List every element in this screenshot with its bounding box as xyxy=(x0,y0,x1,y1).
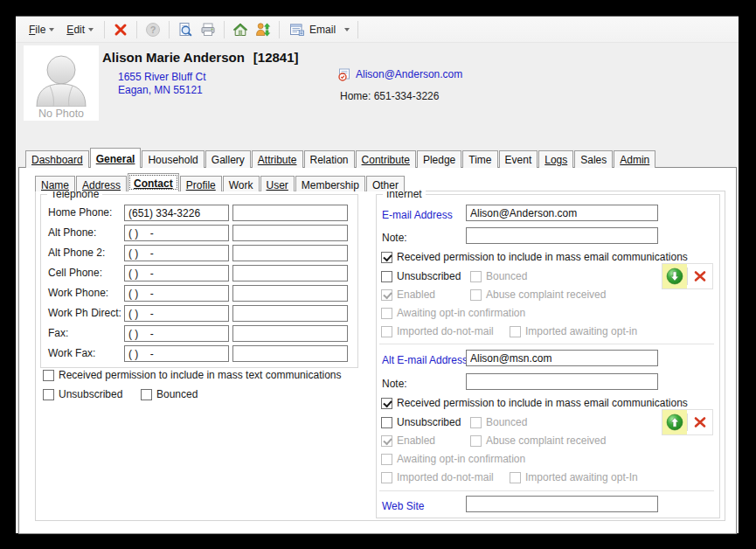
email2-move-up-button[interactable] xyxy=(662,410,687,434)
toolbar-separator xyxy=(224,21,225,38)
mass-text-permission-label[interactable]: Received permission to include in mass t… xyxy=(59,369,341,381)
email-dropdown-button[interactable] xyxy=(341,26,353,33)
fax-ext-input[interactable] xyxy=(232,325,348,342)
mass-text-permission-checkbox[interactable] xyxy=(43,370,54,381)
work-ph-direct-ext-input[interactable] xyxy=(232,305,348,322)
tab-event[interactable]: Event xyxy=(499,150,538,168)
home-phone-input[interactable] xyxy=(124,205,229,221)
cell-phone-input[interactable] xyxy=(124,265,229,281)
tab-logs[interactable]: Logs xyxy=(538,150,573,168)
work-fax-ext-input[interactable] xyxy=(232,345,348,362)
help-button[interactable]: ? xyxy=(142,20,164,39)
tab-name[interactable]: Name xyxy=(35,176,75,191)
email2-permission-checkbox[interactable] xyxy=(381,398,392,409)
main-tab-bar: Dashboard General Household Gallery Attr… xyxy=(25,148,656,168)
tab-membership[interactable]: Membership xyxy=(295,176,365,191)
tab-household[interactable]: Household xyxy=(142,150,204,168)
print-button[interactable] xyxy=(197,20,219,39)
address-link[interactable]: 1655 River Bluff Ct Eagan, MN 55121 xyxy=(118,71,206,97)
email1-permission-label[interactable]: Received permission to include in mass e… xyxy=(397,251,688,263)
email2-imported-awaiting-checkbox xyxy=(510,472,521,483)
phone-row-work-fax: Work Fax: xyxy=(41,345,357,362)
email-address-input[interactable] xyxy=(466,205,658,221)
edit-menu[interactable]: Edit xyxy=(60,21,100,38)
green-arrow-up-icon xyxy=(666,413,683,431)
email2-awaiting-label: Awaiting opt-in confirmation xyxy=(397,453,525,465)
tab-general[interactable]: General xyxy=(90,148,142,168)
tab-other[interactable]: Other xyxy=(366,176,405,191)
website-label[interactable]: Web Site xyxy=(382,500,424,512)
tab-relation[interactable]: Relation xyxy=(304,150,355,168)
text-bounced-checkbox[interactable] xyxy=(141,389,152,400)
email1-unsubscribed-label[interactable]: Unsubscribed xyxy=(397,270,461,282)
alt-phone-input[interactable] xyxy=(124,225,229,241)
email2-permission-label[interactable]: Received permission to include in mass e… xyxy=(397,397,688,409)
text-bounced-label[interactable]: Bounced xyxy=(156,388,198,400)
phone-row-fax: Fax: xyxy=(41,325,357,342)
tab-sales[interactable]: Sales xyxy=(574,150,613,168)
tab-profile[interactable]: Profile xyxy=(180,176,222,191)
toolbar-separator xyxy=(279,21,280,38)
alt-phone2-input[interactable] xyxy=(124,245,229,261)
tab-contact[interactable]: Contact xyxy=(128,173,179,191)
alt-email-address-label[interactable]: Alt E-mail Address xyxy=(382,354,468,366)
tab-user[interactable]: User xyxy=(260,176,295,191)
work-fax-input[interactable] xyxy=(124,345,229,362)
tab-address[interactable]: Address xyxy=(76,176,127,191)
work-phone-label: Work Phone: xyxy=(48,285,108,302)
alt-email-address-input[interactable] xyxy=(466,350,658,366)
email2-bounced-label: Bounced xyxy=(486,416,527,428)
tab-pledge[interactable]: Pledge xyxy=(417,150,461,168)
tab-dashboard[interactable]: Dashboard xyxy=(25,150,89,168)
alt-phone-ext-input[interactable] xyxy=(232,225,348,241)
text-unsubscribed-label[interactable]: Unsubscribed xyxy=(59,388,122,400)
print-preview-button[interactable] xyxy=(174,20,197,39)
email1-move-down-button[interactable] xyxy=(662,264,687,288)
home-phone-ext-input[interactable] xyxy=(232,205,348,221)
fax-input[interactable] xyxy=(124,325,229,342)
red-x-icon xyxy=(692,414,708,430)
work-phone-input[interactable] xyxy=(124,285,229,302)
photo-placeholder[interactable]: No Photo xyxy=(24,45,99,121)
work-phone-ext-input[interactable] xyxy=(232,285,348,302)
tab-time[interactable]: Time xyxy=(462,150,497,168)
work-ph-direct-input[interactable] xyxy=(124,305,229,322)
email2-delete-button[interactable] xyxy=(688,410,712,434)
email1-unsubscribed-checkbox[interactable] xyxy=(381,271,392,282)
address-line2: Eagan, MN 55121 xyxy=(118,84,206,97)
email2-bounced-checkbox xyxy=(470,417,482,428)
email2-unsubscribed-label[interactable]: Unsubscribed xyxy=(397,416,461,428)
email-note-input[interactable] xyxy=(466,227,658,244)
alt-phone2-ext-input[interactable] xyxy=(232,245,348,261)
file-menu[interactable]: File xyxy=(23,21,60,38)
cell-phone-ext-input[interactable] xyxy=(232,265,348,281)
contact-tab-page: Telephone Home Phone: Alt Phone: Alt Pho… xyxy=(35,191,725,521)
tab-work[interactable]: Work xyxy=(223,176,260,191)
home-button[interactable] xyxy=(229,20,252,39)
email2-unsubscribed-checkbox[interactable] xyxy=(381,417,392,428)
website-input[interactable] xyxy=(466,496,658,512)
work-fax-label: Work Fax: xyxy=(48,345,95,362)
alt-email-note-input[interactable] xyxy=(466,373,658,390)
phone-row-work: Work Phone: xyxy=(41,285,357,302)
tab-gallery[interactable]: Gallery xyxy=(205,150,251,168)
printer-icon xyxy=(200,22,216,38)
email1-delete-button[interactable] xyxy=(688,264,712,288)
internet-group: Internet E-mail Address Note: Received p… xyxy=(376,194,720,518)
alt-phone-label: Alt Phone: xyxy=(48,225,96,241)
switch-user-button[interactable] xyxy=(252,20,274,39)
switch-user-icon xyxy=(255,22,271,38)
email-button[interactable]: Email xyxy=(284,20,341,39)
home-phone-label: Home Phone: xyxy=(48,205,112,221)
email1-permission-checkbox[interactable] xyxy=(381,252,392,263)
email-address-label[interactable]: E-mail Address xyxy=(382,209,453,221)
delete-button[interactable] xyxy=(109,20,132,39)
alt-email-note-label: Note: xyxy=(382,378,407,390)
tab-attribute[interactable]: Attribute xyxy=(252,150,303,168)
tab-contribute[interactable]: Contribute xyxy=(356,150,416,168)
text-unsubscribed-checkbox[interactable] xyxy=(43,389,54,400)
email-note-label: Note: xyxy=(382,232,407,244)
header-email-link[interactable]: Alison@Anderson.com xyxy=(356,68,462,80)
tab-admin[interactable]: Admin xyxy=(614,150,655,168)
email2-abuse-label: Abuse complaint received xyxy=(486,434,606,447)
